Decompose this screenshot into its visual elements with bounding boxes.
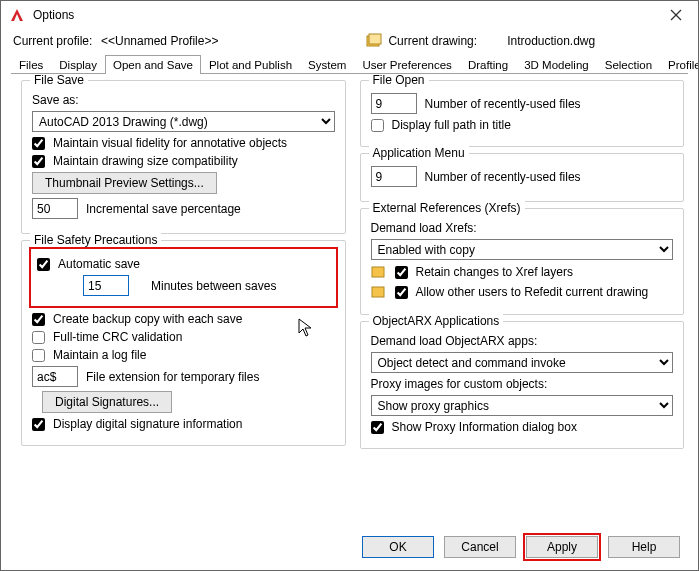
group-file-save: File Save Save as: AutoCAD 2013 Drawing … xyxy=(21,80,346,234)
tab-open-and-save[interactable]: Open and Save xyxy=(105,55,201,74)
save-as-label: Save as: xyxy=(32,93,79,107)
tab-3d-modeling[interactable]: 3D Modeling xyxy=(516,55,597,74)
maintain-size-label: Maintain drawing size compatibility xyxy=(53,154,238,168)
cancel-button[interactable]: Cancel xyxy=(444,536,516,558)
incremental-save-input[interactable] xyxy=(32,198,78,219)
incremental-save-label: Incremental save percentage xyxy=(86,202,241,216)
left-column: File Save Save as: AutoCAD 2013 Drawing … xyxy=(21,80,346,512)
digital-signatures-button[interactable]: Digital Signatures... xyxy=(42,391,172,413)
full-path-checkbox[interactable] xyxy=(371,119,384,132)
tab-files[interactable]: Files xyxy=(11,55,51,74)
current-drawing-label: Current drawing: xyxy=(388,34,477,48)
tab-user-preferences[interactable]: User Preferences xyxy=(354,55,459,74)
drawing-icon xyxy=(366,33,382,49)
minutes-between-saves-label: Minutes between saves xyxy=(151,279,276,293)
footer: OK Cancel Apply Help xyxy=(1,524,698,570)
show-proxy-dlg-checkbox[interactable] xyxy=(371,421,384,434)
current-drawing-value: Introduction.dwg xyxy=(507,34,595,48)
group-file-open: File Open Number of recently-used files … xyxy=(360,80,685,147)
svg-rect-4 xyxy=(372,267,384,277)
crc-validation-checkbox[interactable] xyxy=(32,331,45,344)
temp-file-ext-label: File extension for temporary files xyxy=(86,370,259,384)
create-backup-label: Create backup copy with each save xyxy=(53,312,242,326)
maintain-visual-label: Maintain visual fidelity for annotative … xyxy=(53,136,287,150)
maintain-log-checkbox[interactable] xyxy=(32,349,45,362)
group-title-file-safety: File Safety Precautions xyxy=(30,233,161,247)
right-column: File Open Number of recently-used files … xyxy=(360,80,685,512)
group-title-file-open: File Open xyxy=(369,74,429,87)
create-backup-checkbox[interactable] xyxy=(32,313,45,326)
group-xrefs: External References (Xrefs) Demand load … xyxy=(360,208,685,315)
proxy-img-label: Proxy images for custom objects: xyxy=(371,377,548,391)
recent-files-open-input[interactable] xyxy=(371,93,417,114)
automatic-save-checkbox[interactable] xyxy=(37,258,50,271)
allow-refedit-checkbox[interactable] xyxy=(395,286,408,299)
svg-rect-5 xyxy=(372,287,384,297)
tab-display[interactable]: Display xyxy=(51,55,105,74)
group-title-xrefs: External References (Xrefs) xyxy=(369,201,525,215)
maintain-log-label: Maintain a log file xyxy=(53,348,146,362)
group-title-file-save: File Save xyxy=(30,74,88,87)
tab-system[interactable]: System xyxy=(300,55,354,74)
current-profile-value: <<Unnamed Profile>> xyxy=(101,34,218,48)
proxy-img-combo[interactable]: Show proxy graphics xyxy=(371,395,674,416)
crc-validation-label: Full-time CRC validation xyxy=(53,330,182,344)
group-objectarx: ObjectARX Applications Demand load Objec… xyxy=(360,321,685,449)
xref-retain-icon xyxy=(371,264,387,280)
maintain-size-checkbox[interactable] xyxy=(32,155,45,168)
app-icon xyxy=(7,5,27,25)
recent-files-open-label: Number of recently-used files xyxy=(425,97,581,111)
current-profile-label: Current profile: xyxy=(13,34,93,48)
close-icon[interactable] xyxy=(656,1,696,29)
group-title-app-menu: Application Menu xyxy=(369,146,469,160)
tab-selection[interactable]: Selection xyxy=(597,55,660,74)
allow-refedit-label: Allow other users to Refedit current dra… xyxy=(416,285,649,299)
recent-files-menu-label: Number of recently-used files xyxy=(425,170,581,184)
apply-button[interactable]: Apply xyxy=(526,536,598,558)
xref-refedit-icon xyxy=(371,284,387,300)
window-title: Options xyxy=(33,8,74,22)
titlebar: Options xyxy=(1,1,698,29)
save-as-combo[interactable]: AutoCAD 2013 Drawing (*.dwg) xyxy=(32,111,335,132)
automatic-save-label: Automatic save xyxy=(58,257,140,271)
group-file-safety: File Safety Precautions Automatic save M… xyxy=(21,240,346,446)
maintain-visual-checkbox[interactable] xyxy=(32,137,45,150)
retain-xref-checkbox[interactable] xyxy=(395,266,408,279)
tab-plot-and-publish[interactable]: Plot and Publish xyxy=(201,55,300,74)
tabstrip: FilesDisplayOpen and SavePlot and Publis… xyxy=(1,55,698,74)
recent-files-menu-input[interactable] xyxy=(371,166,417,187)
demand-xrefs-label: Demand load Xrefs: xyxy=(371,221,477,235)
minutes-between-saves-input[interactable] xyxy=(83,275,129,296)
tab-drafting[interactable]: Drafting xyxy=(460,55,516,74)
demand-arx-label: Demand load ObjectARX apps: xyxy=(371,334,538,348)
ok-button[interactable]: OK xyxy=(362,536,434,558)
profile-row: Current profile: <<Unnamed Profile>> Cur… xyxy=(1,29,698,53)
retain-xref-label: Retain changes to Xref layers xyxy=(416,265,573,279)
display-digsig-label: Display digital signature information xyxy=(53,417,242,431)
full-path-label: Display full path in title xyxy=(392,118,511,132)
show-proxy-dlg-label: Show Proxy Information dialog box xyxy=(392,420,577,434)
group-application-menu: Application Menu Number of recently-used… xyxy=(360,153,685,202)
group-title-objectarx: ObjectARX Applications xyxy=(369,314,504,328)
tab-profiles[interactable]: Profiles xyxy=(660,55,699,74)
help-button[interactable]: Help xyxy=(608,536,680,558)
demand-arx-combo[interactable]: Object detect and command invoke xyxy=(371,352,674,373)
display-digsig-checkbox[interactable] xyxy=(32,418,45,431)
temp-file-ext-input[interactable] xyxy=(32,366,78,387)
thumbnail-settings-button[interactable]: Thumbnail Preview Settings... xyxy=(32,172,217,194)
demand-xrefs-combo[interactable]: Enabled with copy xyxy=(371,239,674,260)
svg-rect-3 xyxy=(369,34,381,44)
